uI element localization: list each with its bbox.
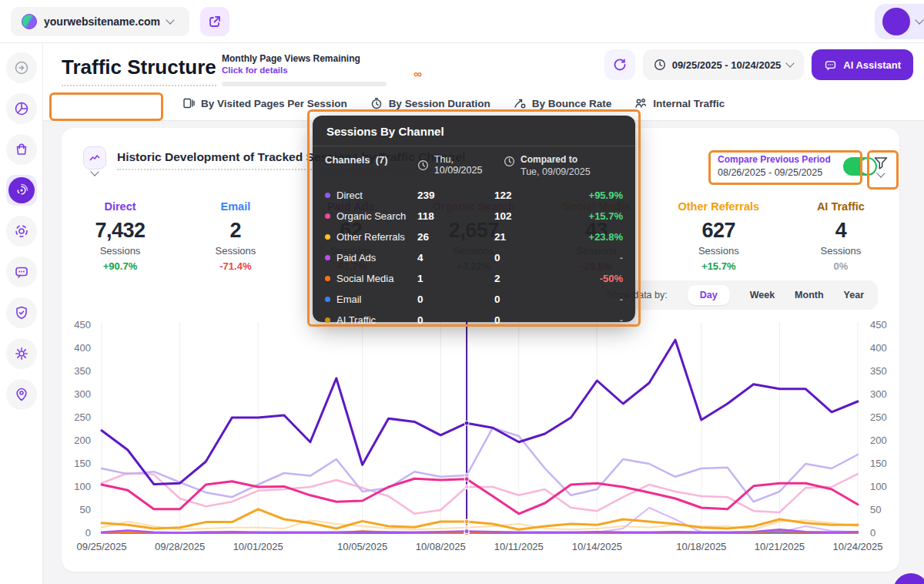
svg-text:10/14/2025: 10/14/2025 [572, 541, 622, 552]
account-menu[interactable] [875, 4, 924, 39]
tab-session-duration[interactable]: By Session Duration [370, 94, 490, 112]
tab-visited-pages[interactable]: By Visited Pages Per Session [182, 94, 347, 112]
page-title: Traffic Structure [62, 55, 216, 86]
channel-label: AI Traffic [807, 200, 875, 213]
shopping-bag-icon [14, 142, 29, 157]
funnel-icon [873, 156, 889, 170]
date-range-value: 09/25/2025 - 10/24/2025 [672, 59, 782, 71]
svg-text:350: 350 [870, 365, 887, 377]
svg-text:0: 0 [85, 527, 91, 539]
svg-text:250: 250 [74, 411, 91, 423]
section-icon-wrap[interactable] [83, 146, 106, 175]
channel-label: Email [202, 200, 270, 213]
date-range-picker[interactable]: 09/25/2025 - 10/24/2025 [643, 49, 805, 80]
svg-text:10/08/2025: 10/08/2025 [416, 541, 466, 552]
sidebar-item-settings[interactable] [6, 338, 37, 369]
tooltip-date: Thu, 10/09/2025 [417, 154, 504, 176]
compare-toggle[interactable] [843, 157, 877, 176]
tab-label: By Session Duration [389, 98, 490, 109]
sidebar-item-privacy[interactable] [6, 297, 37, 328]
avatar [882, 8, 910, 35]
quota-title: Monthly Page Views Remaining [222, 53, 387, 64]
chat-bubble-icon [14, 264, 29, 280]
timer-icon [370, 97, 383, 109]
line-chart-icon [89, 152, 101, 164]
channel-dot [325, 297, 330, 302]
tab-internal-traffic[interactable]: Internal Traffic [634, 94, 725, 112]
sessions-value: 4 [807, 219, 875, 243]
svg-text:200: 200 [74, 435, 91, 446]
tooltip-row-direct: Direct 239 122 +95.9% [325, 185, 623, 206]
delta-badge: -71.4% [202, 260, 270, 272]
annotation-box-traffic-channels [49, 92, 163, 121]
granularity-day[interactable]: Day [688, 285, 730, 305]
sidebar-item-traffic-active[interactable] [6, 175, 37, 206]
quota-block[interactable]: Monthly Page Views Remaining Click for d… [222, 53, 387, 86]
clock-icon [654, 59, 666, 71]
chevron-down-icon [166, 15, 174, 24]
tab-label: By Bounce Rate [532, 98, 612, 109]
pie-chart-icon [14, 101, 29, 116]
sessions-value: 7,432 [86, 219, 154, 243]
sidebar-item-audience[interactable] [6, 216, 37, 247]
channel-dot [325, 276, 330, 281]
channel-dot [325, 234, 330, 240]
collapse-arrow-icon [14, 60, 29, 76]
refresh-button[interactable] [604, 49, 635, 80]
app-screen: yourwebsitename.com [0, 0, 924, 584]
clock-icon [417, 159, 429, 171]
svg-text:450: 450 [870, 319, 887, 331]
sidebar-item-feedback[interactable] [6, 257, 37, 287]
users-icon [634, 97, 647, 109]
sessions-line-chart[interactable]: 0050501001001501502002002502503003003503… [62, 314, 899, 559]
channels-count: (7) [376, 154, 388, 166]
tab-bounce-rate[interactable]: By Bounce Rate [514, 94, 612, 112]
svg-text:09/28/2025: 09/28/2025 [155, 541, 205, 552]
quota-infinity: ∞ [413, 67, 422, 80]
compare-label: Compare Previous Period [718, 154, 831, 165]
svg-text:10/05/2025: 10/05/2025 [337, 541, 387, 552]
delta-badge: 0% [807, 260, 875, 272]
open-website-button[interactable] [200, 7, 229, 36]
tooltip-row-other-referrals: Other Referrals 26 21 +23.8% [325, 227, 623, 247]
summary-card-ai-traffic[interactable]: AI Traffic 4 Sessions 0% [807, 200, 875, 273]
tooltip-header: Channels (7) Thu, 10/09/2025 Compared to… [313, 146, 635, 180]
filter-button[interactable] [873, 156, 889, 176]
clock-icon [504, 156, 515, 167]
svg-text:300: 300 [870, 388, 887, 400]
svg-text:50: 50 [870, 504, 881, 515]
svg-text:400: 400 [870, 342, 887, 354]
summary-card-email[interactable]: Email 2 Sessions -71.4% [202, 200, 270, 273]
sessions-tooltip: Sessions By Channel Channels (7) Thu, 10… [313, 116, 635, 322]
channel-label: Direct [86, 200, 154, 213]
sessions-unit: Sessions [202, 245, 270, 257]
summary-card-direct[interactable]: Direct 7,432 Sessions +90.7% [86, 200, 154, 273]
location-pin-icon [14, 387, 29, 402]
site-switcher[interactable]: yourwebsitename.com [11, 7, 189, 36]
svg-text:150: 150 [74, 458, 91, 469]
tab-label: Internal Traffic [653, 98, 725, 109]
compare-previous-period[interactable]: Compare Previous Period 08/26/2025 - 09/… [718, 154, 877, 178]
svg-text:100: 100 [74, 481, 91, 492]
ai-assistant-label: AI Assistant [843, 59, 901, 71]
chevron-down-icon [915, 15, 923, 24]
delta-badge: +90.7% [86, 260, 154, 272]
granularity-control: Show data by: Day Week Month Year [594, 280, 879, 310]
quota-details-link[interactable]: Click for details [222, 65, 387, 75]
sidebar-item-local[interactable] [6, 379, 37, 410]
granularity-month[interactable]: Month [795, 290, 823, 300]
summary-card-other-referrals[interactable]: Other Referrals 627 Sessions +15.7% [678, 200, 759, 273]
sessions-unit: Sessions [807, 245, 875, 257]
ai-assistant-button[interactable]: AI Assistant [812, 49, 913, 80]
sidebar-item-overview[interactable] [6, 93, 37, 124]
tooltip-rows: Direct 239 122 +95.9% Organic Search 118… [313, 180, 635, 338]
granularity-week[interactable]: Week [750, 290, 775, 300]
svg-text:10/21/2025: 10/21/2025 [755, 541, 805, 552]
granularity-year[interactable]: Year [844, 290, 864, 300]
top-bar: yourwebsitename.com [0, 0, 924, 43]
sidebar-item-collapse[interactable] [6, 52, 37, 83]
sessions-unit: Sessions [678, 245, 759, 257]
channel-dot [325, 193, 330, 198]
shield-check-icon [14, 305, 29, 321]
sidebar-item-ecommerce[interactable] [6, 134, 37, 165]
